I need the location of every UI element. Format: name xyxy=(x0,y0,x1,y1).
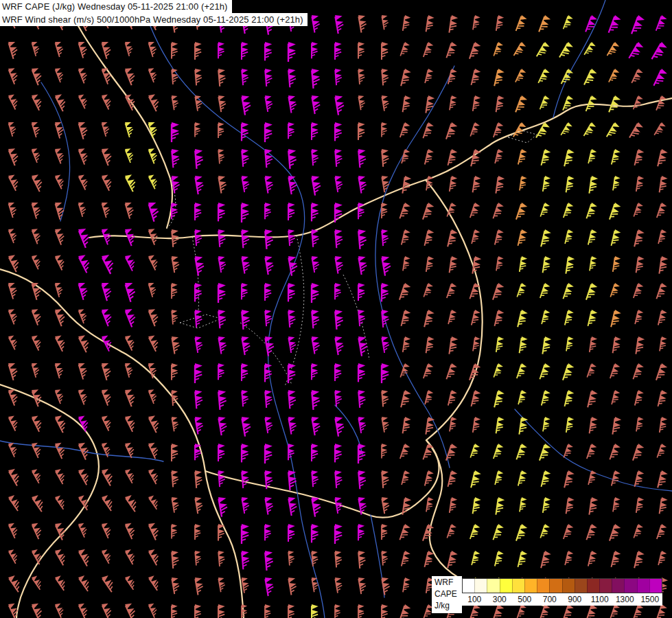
wind-barb xyxy=(172,604,178,618)
wind-barb xyxy=(382,335,391,352)
wind-barb xyxy=(288,122,294,139)
wind-barb xyxy=(218,255,227,272)
wind-barb xyxy=(148,414,162,433)
wind-barb xyxy=(657,524,667,541)
wind-barb xyxy=(288,335,297,352)
wind-barb xyxy=(633,363,644,381)
wind-barb xyxy=(588,149,597,165)
wind-barb xyxy=(265,203,271,219)
wind-barb xyxy=(172,122,179,142)
wind-barb xyxy=(125,548,138,564)
wind-barb xyxy=(335,415,346,436)
wind-barb xyxy=(288,576,298,595)
wind-barb xyxy=(125,253,138,271)
wind-barb xyxy=(382,524,388,540)
legend-tick-label: 1500 xyxy=(638,593,663,606)
wind-barb xyxy=(172,95,180,111)
legend-color-cell xyxy=(562,579,575,593)
wind-barb xyxy=(399,203,410,220)
wind-barb xyxy=(172,416,180,432)
wind-barb xyxy=(102,467,116,485)
wind-barb xyxy=(32,281,43,300)
wind-barb xyxy=(148,334,161,352)
wind-barb xyxy=(540,283,551,300)
wind-barb xyxy=(470,203,480,220)
wind-barb xyxy=(401,69,411,87)
wind-barb xyxy=(335,255,345,273)
wind-barb xyxy=(102,121,111,137)
legend-tick-labels: 100300500700900110013001500 xyxy=(462,593,662,606)
wind-barb xyxy=(335,14,345,34)
wind-barb xyxy=(288,283,295,301)
wind-barb xyxy=(653,69,668,89)
wind-barb xyxy=(265,68,273,87)
map-title-line1: WRF CAPE (J/kg) Wednesday 05-11-2025 21:… xyxy=(0,0,232,13)
wind-barb xyxy=(218,577,227,593)
wind-barb xyxy=(658,551,667,566)
wind-barb xyxy=(447,524,456,540)
wind-barb xyxy=(358,550,367,569)
wind-barb xyxy=(265,229,274,249)
wind-barb xyxy=(288,524,295,542)
wind-barb xyxy=(78,547,93,566)
wind-barb xyxy=(613,497,621,513)
wind-barb xyxy=(634,149,644,167)
wind-barb xyxy=(358,14,368,32)
wind-barb xyxy=(564,149,575,168)
wind-barb xyxy=(8,573,24,592)
wind-barb xyxy=(565,551,574,566)
wind-barb xyxy=(148,201,161,222)
wind-barb xyxy=(612,390,621,406)
wind-barb xyxy=(78,414,91,432)
legend-param-label: CAPE xyxy=(435,588,458,600)
wind-barb xyxy=(518,229,527,247)
wind-barb xyxy=(542,310,551,325)
wind-barb xyxy=(8,40,20,59)
wind-barb xyxy=(335,122,342,141)
wind-barb xyxy=(8,308,20,325)
wind-barb xyxy=(358,95,367,111)
wind-barb xyxy=(32,253,43,269)
legend-color-cell xyxy=(599,579,612,593)
wind-barb xyxy=(543,497,551,514)
wind-barb xyxy=(32,173,45,192)
wind-barb xyxy=(55,307,68,326)
wind-barb xyxy=(312,229,320,247)
wind-barb xyxy=(312,68,321,89)
legend-color-cell xyxy=(474,579,487,593)
wind-barb xyxy=(588,551,598,567)
wind-barb xyxy=(473,176,481,194)
wind-barb xyxy=(288,203,295,220)
wind-barb xyxy=(125,414,138,432)
wind-barb xyxy=(125,521,138,539)
wind-barb xyxy=(425,390,434,406)
wind-barb xyxy=(658,390,667,408)
wind-barb xyxy=(516,203,528,222)
wind-barb xyxy=(32,66,45,85)
wind-barb xyxy=(473,336,480,352)
wind-barb xyxy=(195,604,201,618)
wind-barb xyxy=(450,497,458,514)
wind-barb xyxy=(172,148,181,168)
wind-barb xyxy=(32,493,47,512)
wind-barb xyxy=(612,149,621,165)
wind-barb xyxy=(172,309,178,324)
wind-barb xyxy=(78,201,88,217)
wind-barb xyxy=(218,203,225,221)
wind-barb xyxy=(470,363,481,382)
legend-color-cell xyxy=(500,579,512,593)
wind-barb xyxy=(8,361,20,380)
wind-barb xyxy=(218,42,224,58)
wind-barb xyxy=(520,256,528,273)
wind-barb xyxy=(242,524,249,544)
wind-barb xyxy=(540,524,550,540)
map-legend: WRF CAPE J/kg 10030050070090011001300150… xyxy=(432,576,662,613)
wind-barb xyxy=(78,574,93,591)
wind-barb xyxy=(495,551,505,567)
wind-barb xyxy=(564,444,573,459)
wind-barb xyxy=(265,604,271,618)
wind-barb xyxy=(172,524,177,539)
wind-barb xyxy=(495,470,504,486)
wind-barb xyxy=(195,415,205,434)
wind-barb xyxy=(399,524,410,542)
